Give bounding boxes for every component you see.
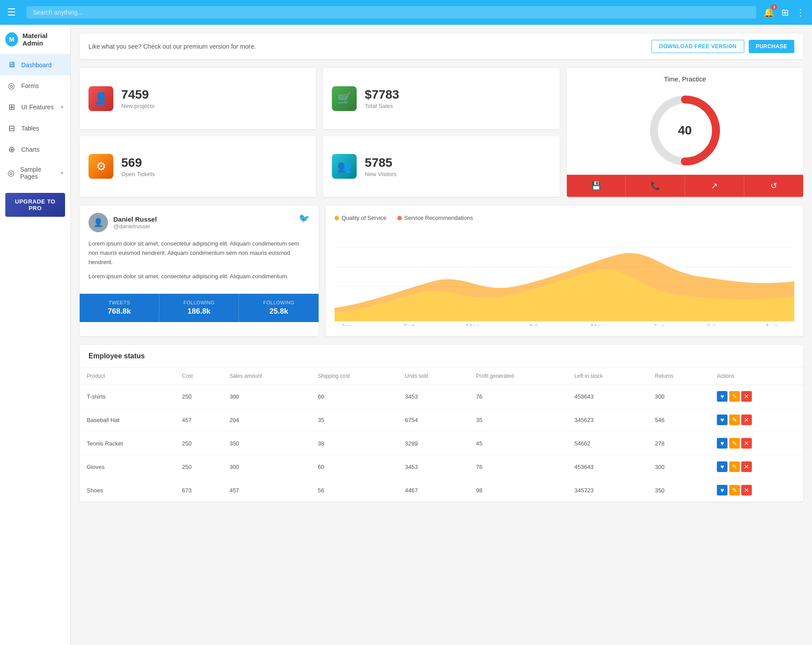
grid-icon[interactable]: ⊞ <box>781 7 789 18</box>
donut-container: 40 <box>567 86 803 175</box>
cell-profit: 76 <box>469 455 567 479</box>
cell-stock: 453643 <box>567 385 648 408</box>
action-favorite-button[interactable]: ♥ <box>717 485 727 495</box>
notification-icon[interactable]: 🔔 3 <box>763 7 774 18</box>
upgrade-button[interactable]: UPGRADE TO PRO <box>5 193 65 217</box>
stat-label: New Visitors <box>365 171 396 177</box>
svg-text:Jul: Jul <box>706 323 715 326</box>
more-icon[interactable]: ⋮ <box>796 7 805 18</box>
cell-shipping: 35 <box>311 408 398 432</box>
svg-text:Aug: Aug <box>765 323 777 326</box>
action-delete-button[interactable]: ✕ <box>741 391 752 402</box>
open-tickets-icon: ⚙ <box>89 154 113 179</box>
cell-shipping: 60 <box>311 385 398 408</box>
download-free-button[interactable]: DOWNLOAD FREE VERSION <box>651 40 744 53</box>
col-product: Product <box>80 368 175 385</box>
twitter-text: Lorem ipsum dolor sit amet, consectetur … <box>80 239 319 294</box>
brand-logo: M <box>5 32 18 46</box>
donut-share-button[interactable]: ↗ <box>685 175 744 197</box>
stat-value: 186.8k <box>165 307 232 316</box>
cell-product: Shoes <box>80 479 175 502</box>
action-edit-button[interactable]: ✎ <box>729 461 740 472</box>
stat-label: TWEETS <box>86 300 153 305</box>
cell-stock: 345723 <box>567 479 648 502</box>
sidebar: M Material Admin 🖥 Dashboard ◎ Forms ⊞ U… <box>0 25 71 645</box>
stat-card-new-visitors: 👥 5785 New Visitors <box>323 136 559 197</box>
stat-info: 7459 New projects <box>121 88 154 109</box>
cell-sales: 204 <box>223 408 311 432</box>
donut-card: Time, Practice 40 💾 📞 <box>567 68 803 197</box>
action-edit-button[interactable]: ✎ <box>729 391 740 402</box>
chart-legend: Quality of Service Service Recommendatio… <box>335 215 794 221</box>
stat-number: $7783 <box>365 88 399 102</box>
action-favorite-button[interactable]: ♥ <box>717 438 727 449</box>
col-units: Units sold <box>398 368 469 385</box>
sidebar-item-dashboard[interactable]: 🖥 Dashboard <box>0 54 70 75</box>
search-input[interactable] <box>27 6 756 19</box>
dashboard-icon: 🖥 <box>7 60 16 69</box>
stat-info: 5785 New Visitors <box>365 156 396 177</box>
cell-sales: 350 <box>223 432 311 455</box>
action-favorite-button[interactable]: ♥ <box>717 461 727 472</box>
stat-card-open-tickets: ⚙ 569 Open Tickets <box>80 136 316 197</box>
cell-returns: 300 <box>648 385 710 408</box>
notification-badge: 3 <box>771 4 777 10</box>
action-edit-button[interactable]: ✎ <box>729 438 740 449</box>
action-delete-button[interactable]: ✕ <box>741 461 752 472</box>
stat-label: Open Tickets <box>121 171 155 177</box>
col-sales: Sales amount <box>223 368 311 385</box>
promo-bar: Like what you see? Check out our premium… <box>80 34 803 59</box>
cell-returns: 350 <box>648 479 710 502</box>
action-delete-button[interactable]: ✕ <box>741 485 752 495</box>
action-delete-button[interactable]: ✕ <box>741 438 752 449</box>
table-header-row: Product Cost Sales amount Shipping cost … <box>80 368 803 385</box>
svg-text:Arl: Arl <box>528 323 537 326</box>
stat-value: 25.8k <box>245 307 312 316</box>
action-edit-button[interactable]: ✎ <box>729 485 740 495</box>
stat-label: FOLLOWING <box>245 300 312 305</box>
donut-refresh-button[interactable]: ↺ <box>744 175 803 197</box>
action-favorite-button[interactable]: ♥ <box>717 391 727 402</box>
cell-stock: 54662 <box>567 432 648 455</box>
sidebar-item-forms[interactable]: ◎ Forms <box>0 75 70 96</box>
hamburger-icon[interactable]: ☰ <box>7 7 16 18</box>
twitter-card: 👤 Daniel Russel @danielrussel 🐦 Lorem ip… <box>80 206 319 336</box>
chart-card: Quality of Service Service Recommendatio… <box>326 206 803 336</box>
donut-title: Time, Practice <box>567 68 803 86</box>
donut-call-button[interactable]: 📞 <box>626 175 685 197</box>
table-row: Tennis Racket 250 350 38 3289 45 54662 2… <box>80 432 803 455</box>
legend-item-recommendations: Service Recommendations <box>397 215 473 221</box>
col-actions: Actions <box>710 368 803 385</box>
sidebar-item-label: Forms <box>21 82 39 89</box>
twitter-bird-icon[interactable]: 🐦 <box>299 213 310 223</box>
cell-cost: 250 <box>175 455 222 479</box>
cell-stock: 453643 <box>567 455 648 479</box>
action-edit-button[interactable]: ✎ <box>729 415 740 425</box>
cell-shipping: 56 <box>311 479 398 502</box>
sidebar-item-charts[interactable]: ⊕ Charts <box>0 139 70 160</box>
action-delete-button[interactable]: ✕ <box>741 415 752 425</box>
donut-save-button[interactable]: 💾 <box>567 175 626 197</box>
tweet-paragraph-1: Lorem ipsum dolor sit amet, consectetur … <box>89 239 310 267</box>
twitter-stat-following2: FOLLOWING 25.8k <box>239 294 318 322</box>
sidebar-item-label: Dashboard <box>21 61 52 69</box>
col-profit: Profit generated <box>469 368 567 385</box>
cell-actions: ♥ ✎ ✕ <box>710 455 803 479</box>
purchase-button[interactable]: PURCHASE <box>749 40 794 53</box>
employee-table: Product Cost Sales amount Shipping cost … <box>80 368 803 502</box>
ui-features-icon: ⊞ <box>7 102 16 112</box>
charts-icon: ⊕ <box>7 145 16 154</box>
cell-product: Gloves <box>80 455 175 479</box>
stats-grid: 👤 7459 New projects 🛒 $7783 Total Sales … <box>80 68 803 197</box>
sidebar-item-tables[interactable]: ⊟ Tables <box>0 118 70 139</box>
legend-label: Service Recommendations <box>404 215 473 221</box>
action-favorite-button[interactable]: ♥ <box>717 415 727 425</box>
svg-text:Feb: Feb <box>404 323 416 326</box>
sidebar-item-ui-features[interactable]: ⊞ UI Features ▾ <box>0 96 70 118</box>
bottom-grid: 👤 Daniel Russel @danielrussel 🐦 Lorem ip… <box>80 206 803 336</box>
top-navigation: ☰ 🔔 3 ⊞ ⋮ <box>0 0 812 25</box>
sidebar-item-sample-pages[interactable]: ◎ Sample Pages ▾ <box>0 160 70 186</box>
twitter-handle: @danielrussel <box>113 223 157 230</box>
promo-buttons: DOWNLOAD FREE VERSION PURCHASE <box>651 40 794 53</box>
sidebar-item-label: Charts <box>21 146 39 153</box>
